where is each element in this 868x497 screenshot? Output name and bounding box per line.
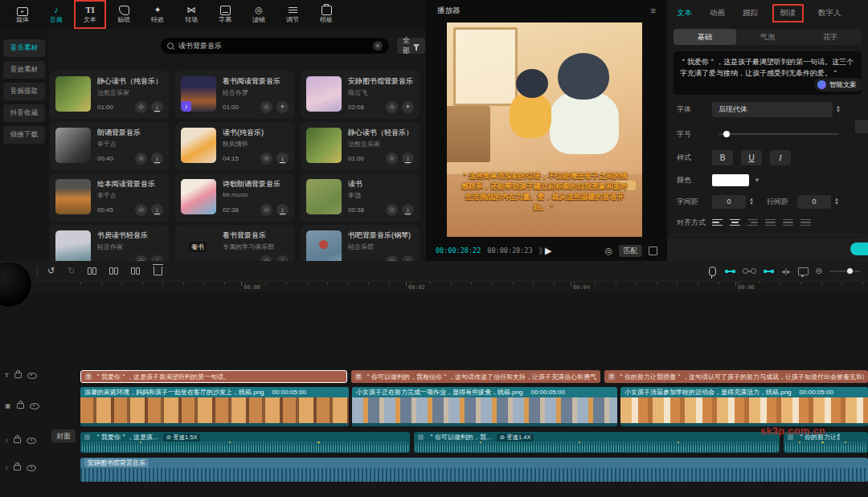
bold-button[interactable]: B	[712, 150, 733, 165]
download-icon[interactable]: ↓	[151, 204, 163, 216]
favorite-star-icon[interactable]: ☆	[260, 255, 272, 261]
align-vertical-top-icon[interactable]	[783, 218, 793, 226]
toolbar-item-字幕[interactable]: 字幕	[211, 2, 240, 27]
letter-spacing-input[interactable]: 0	[712, 195, 746, 209]
music-card[interactable]: 静心读书（纯音乐）治愈音乐家01:00☆↓	[50, 71, 169, 119]
tab-跟踪[interactable]: 跟踪	[741, 6, 760, 21]
download-icon[interactable]: ↓	[151, 101, 163, 113]
toolbar-item-滤镜[interactable]: ◎滤镜	[244, 2, 273, 27]
delete-icon[interactable]	[154, 267, 162, 275]
favorite-star-icon[interactable]: ☆	[386, 204, 398, 216]
line-spacing-stepper[interactable]: ▲▼	[834, 198, 839, 206]
favorite-star-icon[interactable]: ☆	[135, 204, 147, 216]
toolbar-item-调节[interactable]: 调节	[278, 2, 307, 27]
voice-audio-clip[interactable]: ＂我爱你＂，这是孩...⊘ 变速1.5X	[80, 432, 410, 453]
align-vertical-center-icon[interactable]	[800, 218, 811, 226]
delete-left-icon[interactable]	[109, 267, 118, 275]
music-card[interactable]: 安静图书馆背景音乐喵云飞02:08☆+	[301, 71, 420, 119]
download-icon[interactable]: ↓	[276, 204, 289, 216]
tab-文本[interactable]: 文本	[675, 6, 694, 21]
toolbar-item-音频[interactable]: ♪音频	[42, 2, 71, 27]
download-icon[interactable]: ↓	[151, 255, 163, 261]
text-content-box[interactable]: ＂我爱你＂，这是孩子最渴望听到的第一句话。这三个字充满了爱与接纳，让孩子感受到无…	[674, 51, 862, 95]
music-card[interactable]: 书吧背景音乐(钢琴)轻音乐馆☆↓	[301, 225, 420, 261]
screen-preview-icon[interactable]	[798, 267, 809, 275]
font-size-slider-handle[interactable]	[723, 131, 730, 137]
video-clip[interactable]: 小女孩子清晨参加学校的运动会，显得充满活力，线稿.png00:00:05:00	[620, 387, 868, 426]
align-center-icon[interactable]	[730, 218, 740, 226]
subtab-花字[interactable]: 花字	[799, 29, 862, 45]
subtab-气泡[interactable]: 气泡	[736, 29, 799, 45]
favorite-star-icon[interactable]: ☆	[260, 153, 272, 165]
undo-icon[interactable]: ↺	[47, 266, 55, 276]
split-view-icon[interactable]: ◂|▸	[781, 267, 790, 275]
music-card[interactable]: 绘本阅读背景音乐李千古00:45☆↓	[50, 173, 169, 222]
text-clip[interactable]: T＂你的努力让我骄傲＂，这句话认可了孩子的努力与成就，让孩子知道付出会被看见和肯…	[604, 370, 868, 383]
sidebar-item-链接下载[interactable]: 链接下载	[3, 126, 45, 144]
toolbar-item-贴纸[interactable]: 贴纸	[109, 2, 138, 27]
add-to-track-icon[interactable]: +	[276, 101, 289, 113]
letter-spacing-stepper[interactable]: ▲▼	[749, 198, 754, 206]
favorite-star-icon[interactable]: ☆	[386, 101, 398, 113]
sidebar-item-音效素材[interactable]: 音效素材	[3, 61, 45, 79]
download-icon[interactable]: ↓	[276, 255, 289, 261]
tab-朗读[interactable]: 朗读	[774, 6, 802, 21]
download-icon[interactable]: ↓	[402, 204, 414, 216]
music-card[interactable]: ♪看书阅读背景音乐轻音作梦01:00☆+	[175, 71, 294, 119]
toolbar-item-特效[interactable]: ✦特效	[143, 2, 172, 27]
voice-audio-clip[interactable]: ＂你可以做到的，我...⊘ 变速1.4X	[414, 432, 780, 453]
sidebar-item-抖音收藏[interactable]: 抖音收藏	[3, 104, 45, 122]
music-card[interactable]: 看书看书背景音乐专属的学习俱乐部☆↓	[175, 225, 294, 261]
font-size-slider[interactable]	[719, 133, 839, 135]
music-card[interactable]: 朗诵背景音乐李千古00:40☆↓	[50, 122, 169, 170]
music-card[interactable]: 静心读书（轻音乐）治愈音乐家01:00☆↓	[301, 122, 420, 170]
redo-icon[interactable]: ↻	[68, 266, 75, 276]
favorite-star-icon[interactable]: ☆	[386, 153, 398, 165]
align-right-icon[interactable]	[747, 218, 758, 226]
music-card[interactable]: 诗歌朗诵背景音乐Mr.music02:38☆↓	[175, 173, 294, 222]
preview-canvas[interactable]: ＂这些简单而深刻的话语，不仅能增进母子之间的情感联系，还能帮助孩子建立起积极的自…	[447, 22, 642, 237]
tab-数字人[interactable]: 数字人	[817, 6, 843, 21]
link-toggle-icon[interactable]	[743, 268, 756, 274]
align-justify-icon[interactable]	[765, 218, 776, 226]
play-button[interactable]: ▶	[545, 246, 551, 256]
italic-button[interactable]: I	[770, 150, 791, 165]
zoom-out-icon[interactable]: ⊖	[816, 267, 822, 275]
video-clip[interactable]: 小女孩子正在努力完成一项作业，显得有些疲惫，线稿.png00:00:05:00	[352, 387, 617, 426]
color-swatch[interactable]	[712, 174, 749, 186]
favorite-star-icon[interactable]: ☆	[386, 255, 398, 261]
apply-button-partial[interactable]	[850, 242, 868, 255]
text-clip[interactable]: T＂我爱你＂，这是孩子最渴望听到的第一句话。	[80, 370, 347, 383]
timeline-zoom-handle[interactable]	[847, 268, 853, 274]
color-dropdown-icon[interactable]: ▼	[754, 177, 760, 184]
add-to-track-icon[interactable]: +	[402, 101, 414, 113]
filter-all-button[interactable]: 全部	[397, 38, 425, 54]
sidebar-item-音频提取[interactable]: 音频提取	[3, 83, 45, 100]
sidebar-item-音乐素材[interactable]: 音乐素材	[3, 39, 45, 57]
search-input[interactable]: 读书背景音乐 ×	[161, 38, 389, 54]
favorite-star-icon[interactable]: ☆	[135, 153, 147, 165]
subtab-基础[interactable]: 基础	[674, 29, 736, 45]
timeline-ruler[interactable]: 00:0000:0200:0400:06	[0, 281, 868, 292]
music-card[interactable]: 书房读书轻音乐轻音作家☆↓	[50, 225, 169, 261]
fullscreen-icon[interactable]	[649, 246, 657, 255]
player-menu-icon[interactable]: ≡	[651, 6, 656, 15]
text-clip[interactable]: T＂你可以做到的，我相信你＂，这句话传递了信任和支持，让孩子充满信心和勇气。	[351, 370, 600, 383]
favorite-star-icon[interactable]: ☆	[260, 204, 272, 216]
snapshot-icon[interactable]: ◎	[604, 246, 612, 256]
snap-toggle-icon[interactable]	[725, 270, 735, 273]
record-audio-icon[interactable]	[709, 267, 716, 276]
split-icon[interactable]	[88, 267, 96, 275]
favorite-star-icon[interactable]: ☆	[135, 101, 147, 113]
toolbar-item-媒体[interactable]: ▸媒体	[8, 2, 37, 27]
font-size-value-box[interactable]	[855, 120, 868, 133]
tab-动画[interactable]: 动画	[708, 6, 727, 21]
preview-axis-toggle-icon[interactable]	[764, 270, 774, 273]
timeline-zoom-slider[interactable]	[829, 271, 860, 272]
toolbar-item-模板[interactable]: 模板	[312, 2, 341, 27]
toolbar-item-转场[interactable]: ⋈转场	[177, 2, 206, 27]
download-icon[interactable]: ↓	[151, 153, 163, 165]
music-card[interactable]: 读书李强00:38☆↓	[301, 173, 420, 222]
smart-copy-toggle[interactable]: 智能文案	[814, 78, 863, 92]
toolbar-item-文本[interactable]: TI文本	[76, 2, 104, 27]
